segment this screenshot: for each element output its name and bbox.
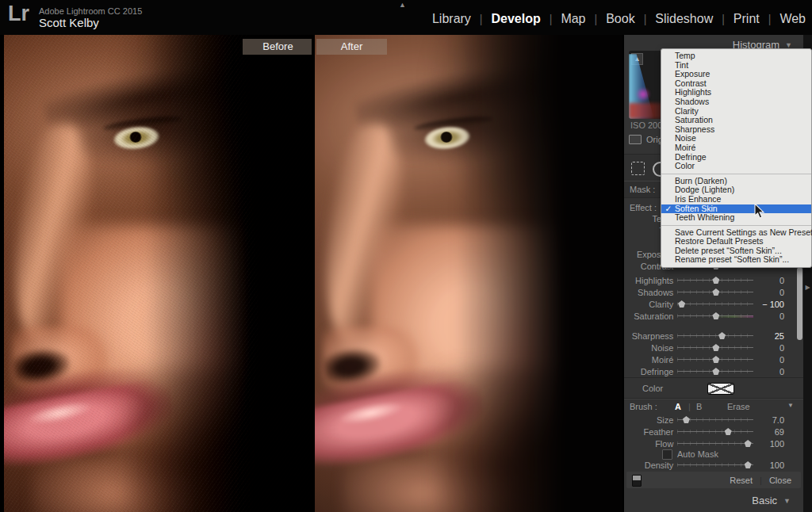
slider-knob[interactable] xyxy=(745,440,752,447)
slider-size: Size7.0 xyxy=(626,415,784,425)
slider-clarity: Clarity− 100 xyxy=(626,299,784,309)
slider-knob[interactable] xyxy=(745,461,752,468)
slider-moir: Moiré0 xyxy=(626,354,784,365)
collapse-top-panel-icon[interactable]: ▲ xyxy=(399,1,406,9)
nav-item-web[interactable]: Web xyxy=(779,12,806,26)
slider-track[interactable] xyxy=(677,334,753,338)
slider-track[interactable] xyxy=(677,418,753,422)
app-title: Adobe Lightroom CC 2015 xyxy=(39,6,142,16)
slider-feather: Feather69 xyxy=(626,426,784,437)
mask-label: Mask : xyxy=(624,185,655,194)
slider-track[interactable] xyxy=(677,290,753,294)
auto-mask-label: Auto Mask xyxy=(677,449,718,459)
slider-knob[interactable] xyxy=(712,368,719,375)
slider-knob[interactable] xyxy=(712,356,719,363)
slider-label: Flow xyxy=(626,439,677,449)
slider-value: 0 xyxy=(755,367,784,376)
slider-knob[interactable] xyxy=(725,428,732,435)
effect-presets-menu: TempTintExposureContrastHighlightsShadow… xyxy=(661,48,812,268)
after-label: After xyxy=(316,39,387,55)
brush-erase-button[interactable]: Erase xyxy=(727,402,750,411)
brush-ab-separator: | xyxy=(688,402,691,411)
nav-item-slideshow[interactable]: Slideshow xyxy=(655,12,713,26)
basic-disclosure-icon[interactable]: ▼ xyxy=(783,497,791,505)
slider-track[interactable] xyxy=(677,302,753,306)
menu-item-rename-preset-soften-skin[interactable]: Rename preset “Soften Skin”... xyxy=(661,255,811,265)
brush-section-divider xyxy=(624,398,803,399)
slider-saturation: Saturation0 xyxy=(626,311,784,321)
slider-knob[interactable] xyxy=(683,416,690,423)
slider-value: 100 xyxy=(755,439,784,449)
nav-separator: | xyxy=(550,13,553,25)
brush-b-button[interactable]: B xyxy=(696,402,702,411)
slider-value: 0 xyxy=(755,311,784,321)
module-picker: Library|Develop|Map|Book|Slideshow|Print… xyxy=(432,12,806,26)
slider-track[interactable] xyxy=(677,346,753,350)
brush-disclosure-icon[interactable]: ▼ xyxy=(787,402,794,409)
brush-label: Brush : xyxy=(630,402,657,411)
slider-label: Noise xyxy=(626,343,677,353)
panel-toggle-switch-icon[interactable] xyxy=(632,475,642,487)
histogram-disclosure-icon[interactable]: ▼ xyxy=(785,41,792,49)
basic-panel-title: Basic xyxy=(752,495,777,506)
close-button[interactable]: Close xyxy=(769,476,801,485)
panel-footer-bar: Reset | Close xyxy=(626,472,801,488)
original-photo-row[interactable]: Origi xyxy=(629,135,665,144)
slider-track[interactable] xyxy=(677,314,753,318)
before-photo-panel: Before xyxy=(4,35,312,512)
slider-knob[interactable] xyxy=(712,312,719,319)
slider-highlights: Highlights0 xyxy=(626,275,784,285)
nav-separator: | xyxy=(595,13,598,25)
auto-mask-row: Auto Mask xyxy=(624,449,803,460)
nav-item-map[interactable]: Map xyxy=(561,12,585,26)
menu-separator xyxy=(661,225,811,226)
slider-value: 0 xyxy=(755,276,784,285)
basic-panel-header[interactable]: Basic ▼ xyxy=(752,495,791,506)
slider-track[interactable] xyxy=(677,357,753,361)
slider-value: 69 xyxy=(755,427,784,437)
nav-separator: | xyxy=(644,13,647,25)
slider-track[interactable] xyxy=(677,278,753,282)
brush-a-button[interactable]: A xyxy=(675,402,681,411)
slider-value: 25 xyxy=(755,331,784,341)
menu-item-color[interactable]: Color xyxy=(661,162,811,171)
nav-item-library[interactable]: Library xyxy=(432,12,471,26)
slider-knob[interactable] xyxy=(718,332,726,339)
slider-track[interactable] xyxy=(677,441,753,445)
nav-item-develop[interactable]: Develop xyxy=(492,12,541,26)
slider-value: 100 xyxy=(755,460,784,470)
reset-button[interactable]: Reset xyxy=(730,476,753,485)
slider-knob[interactable] xyxy=(712,288,719,296)
slider-value: 0 xyxy=(755,355,784,365)
nav-separator: | xyxy=(480,13,483,25)
identity-plate-name: Scott Kelby xyxy=(39,16,99,29)
menu-item-teeth-whitening[interactable]: Teeth Whitening xyxy=(661,213,811,223)
after-photo-panel: After xyxy=(315,35,622,512)
color-swatch-none-icon[interactable] xyxy=(707,383,734,395)
slider-label: Moiré xyxy=(626,355,677,365)
photo-iso-info: ISO 200 xyxy=(630,120,662,130)
slider-track[interactable] xyxy=(677,430,753,434)
panel-collapse-right-icon[interactable]: ▶ xyxy=(803,284,812,291)
slider-knob[interactable] xyxy=(712,344,719,351)
nav-item-book[interactable]: Book xyxy=(606,12,634,26)
brush-row: Brush : A | B Erase ▼ xyxy=(624,402,803,413)
slider-label: Sharpness xyxy=(626,331,677,341)
after-photo xyxy=(315,35,622,512)
slider-label: Saturation xyxy=(626,311,677,321)
effect-label: Effect : xyxy=(630,203,657,212)
slider-defringe: Defringe0 xyxy=(626,366,784,376)
slider-knob[interactable] xyxy=(712,277,719,284)
slider-value: 7.0 xyxy=(755,415,784,425)
slider-label: Defringe xyxy=(626,367,677,376)
nav-separator: | xyxy=(722,13,725,25)
crop-tool-icon[interactable] xyxy=(631,162,645,175)
panel-scrollbar[interactable] xyxy=(797,267,802,340)
slider-track[interactable] xyxy=(677,369,753,373)
auto-mask-checkbox[interactable] xyxy=(662,449,672,460)
slider-track[interactable] xyxy=(677,463,753,467)
slider-knob[interactable] xyxy=(678,300,685,308)
histogram-magenta-channel xyxy=(636,87,650,101)
nav-item-print[interactable]: Print xyxy=(733,12,760,26)
slider-label: Highlights xyxy=(626,276,677,285)
